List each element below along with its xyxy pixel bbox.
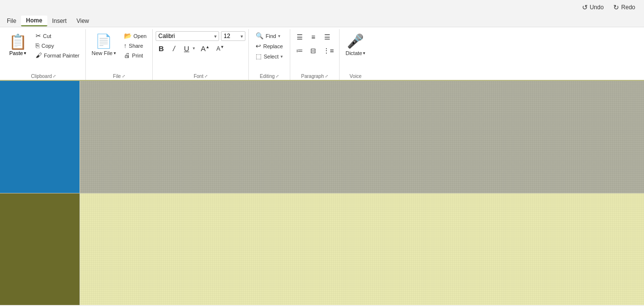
font-name-arrow: ▾ (214, 34, 217, 39)
font-expand-icon[interactable]: ⤢ (204, 74, 208, 78)
underline-wrapper: U ▾ (181, 43, 196, 54)
underline-dropdown-icon[interactable]: ▾ (192, 45, 196, 51)
new-file-button[interactable]: 📄 New File ▾ (89, 31, 119, 58)
font-group-label: Font ⤢ (156, 73, 245, 80)
new-file-icon: 📄 (95, 33, 112, 49)
clipboard-group: 📋 Paste ▾ ✂ Cut ⎘ Copy 🖌 Format Pa (2, 29, 86, 80)
print-label: Print (132, 53, 143, 58)
dictate-dropdown-icon: ▾ (363, 51, 365, 56)
file-group-right: 📂 Open ↑ Share 🖨 Print (121, 31, 150, 60)
share-icon: ↑ (124, 42, 127, 49)
font-size-arrow: ▾ (241, 34, 243, 39)
cut-label: Cut (43, 33, 51, 39)
format-painter-label: Format Painter (44, 53, 80, 58)
indent-list-icon: ⋮≡ (323, 47, 334, 55)
font-row2: B / U ▾ A▲ A▼ (156, 43, 245, 54)
select-label: Select (263, 54, 279, 59)
format-painter-button[interactable]: 🖌 Format Painter (33, 51, 82, 60)
font-grow-icon: A▲ (201, 44, 209, 53)
font-controls: Calibri ▾ 12 ▾ B / (156, 31, 245, 54)
italic-button[interactable]: / (168, 43, 179, 54)
align-left-icon: ☰ (297, 33, 303, 41)
clipboard-label: Clipboard ⤢ (5, 73, 82, 80)
voice-group-label: Voice (342, 73, 368, 80)
file-group: 📄 New File ▾ 📂 Open ↑ Share (86, 29, 153, 80)
redo-button[interactable]: ↻ Redo (610, 2, 638, 12)
clipboard-expand-icon[interactable]: ⤢ (53, 74, 56, 78)
content-area (0, 81, 644, 305)
select-icon: ⬚ (256, 53, 262, 60)
menu-home[interactable]: Home (21, 16, 47, 26)
italic-icon: / (173, 44, 175, 53)
print-button[interactable]: 🖨 Print (121, 51, 150, 60)
paragraph-controls: ☰ ≡ ☰ ≔ ⊟ (293, 31, 336, 57)
align-center-icon: ≡ (311, 33, 315, 41)
copy-label: Copy (41, 43, 54, 49)
voice-controls: 🎤 Dictate ▾ (342, 31, 368, 58)
paragraph-expand-icon[interactable]: ⤢ (325, 74, 328, 78)
redo-icon: ↻ (613, 3, 619, 11)
editing-group: 🔍 Find ▾ ↩ Replace ⬚ Select ▾ Editing ⤢ (249, 29, 290, 80)
open-button[interactable]: 📂 Open (121, 31, 150, 40)
format-painter-icon: 🖌 (36, 52, 42, 59)
select-button[interactable]: ⬚ Select ▾ (252, 52, 287, 61)
para-row1: ☰ ≡ ☰ (293, 31, 336, 43)
numbered-list-button[interactable]: ⊟ (307, 45, 320, 57)
font-shrink-button[interactable]: A▼ (214, 43, 226, 54)
select-dropdown-icon: ▾ (281, 54, 283, 59)
align-center-button[interactable]: ≡ (307, 31, 320, 43)
numbered-list-icon: ⊟ (310, 47, 316, 55)
dictate-button[interactable]: 🎤 Dictate ▾ (342, 31, 368, 58)
paste-button[interactable]: 📋 Paste ▾ (5, 31, 31, 58)
align-left-button[interactable]: ☰ (293, 31, 306, 43)
align-right-button[interactable]: ☰ (321, 31, 333, 43)
menu-view[interactable]: View (72, 16, 94, 26)
replace-button[interactable]: ↩ Replace (252, 41, 287, 51)
find-label: Find (265, 33, 276, 39)
underline-icon: U (184, 44, 189, 53)
font-size-dropdown[interactable]: 12 ▾ (221, 31, 245, 41)
font-grow-button[interactable]: A▲ (198, 43, 212, 54)
share-button[interactable]: ↑ Share (121, 41, 150, 50)
menu-insert[interactable]: Insert (47, 16, 72, 26)
bullet-list-button[interactable]: ≔ (293, 45, 306, 57)
undo-button[interactable]: ↺ Undo (579, 2, 607, 12)
undo-icon: ↺ (582, 3, 588, 11)
font-size-value: 12 (223, 33, 230, 39)
replace-label: Replace (263, 43, 282, 49)
new-file-dropdown-icon: ▾ (114, 51, 116, 56)
title-bar: ↺ Undo ↻ Redo (0, 0, 644, 15)
new-file-label: New File (92, 50, 113, 56)
copy-button[interactable]: ⎘ Copy (33, 41, 82, 50)
font-name-dropdown[interactable]: Calibri ▾ (156, 31, 219, 41)
redo-label: Redo (621, 4, 635, 11)
bold-button[interactable]: B (156, 43, 166, 54)
paste-label: Paste (9, 50, 23, 56)
paragraph-group: ☰ ≡ ☰ ≔ ⊟ (290, 29, 340, 80)
paste-dropdown-icon: ▾ (24, 51, 26, 56)
share-label: Share (129, 43, 143, 49)
find-icon: 🔍 (256, 32, 263, 39)
editing-expand-icon[interactable]: ⤢ (276, 74, 279, 78)
dictate-label: Dictate (345, 50, 362, 56)
bold-icon: B (159, 44, 164, 53)
indent-list-button[interactable]: ⋮≡ (321, 45, 336, 57)
open-icon: 📂 (124, 32, 132, 39)
blue-block (0, 81, 80, 193)
clipboard-right: ✂ Cut ⎘ Copy 🖌 Format Painter (33, 31, 82, 60)
microphone-icon: 🎤 (347, 33, 364, 49)
copy-icon: ⎘ (36, 42, 40, 49)
ribbon: 📋 Paste ▾ ✂ Cut ⎘ Copy 🖌 Format Pa (0, 27, 644, 81)
gray-panel (80, 81, 644, 193)
menu-file[interactable]: File (2, 16, 21, 26)
yellow-panel (80, 193, 644, 306)
cut-icon: ✂ (36, 32, 41, 39)
underline-button[interactable]: U (181, 43, 192, 54)
file-expand-icon[interactable]: ⤢ (122, 74, 125, 78)
find-button[interactable]: 🔍 Find ▾ (252, 31, 287, 40)
editing-controls: 🔍 Find ▾ ↩ Replace ⬚ Select ▾ (252, 31, 287, 61)
cut-button[interactable]: ✂ Cut (33, 31, 82, 40)
font-shrink-icon: A▼ (216, 45, 224, 52)
paragraph-group-label: Paragraph ⤢ (293, 73, 336, 80)
menu-bar: File Home Insert View (0, 15, 644, 27)
